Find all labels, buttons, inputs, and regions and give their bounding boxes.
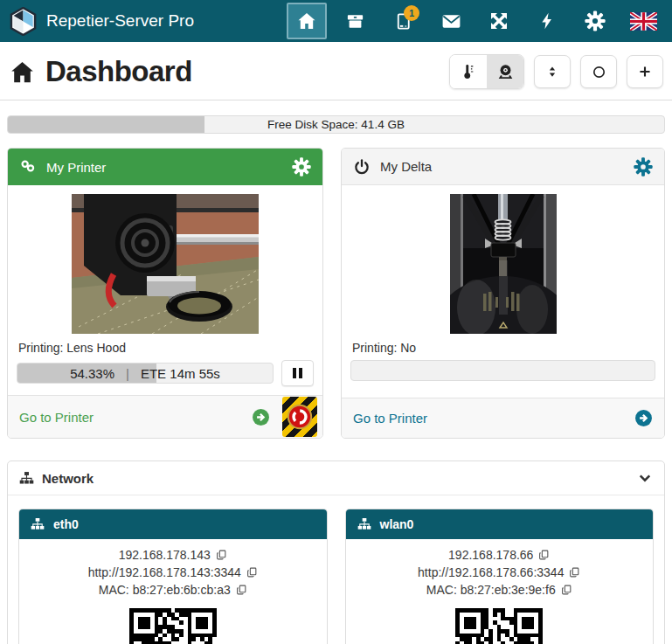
printer-card-footer: Go to Printer bbox=[342, 398, 664, 438]
view-toggle-group bbox=[449, 54, 524, 89]
thermometer-icon bbox=[460, 62, 477, 81]
nav-expand-button[interactable] bbox=[479, 3, 519, 39]
network-icon bbox=[357, 517, 371, 531]
interface-url: http://192.168.178.143:3344 bbox=[88, 564, 241, 581]
app-title: Repetier-Server Pro bbox=[46, 11, 194, 31]
interface-body: 192.168.178.66 http://192.168.178.66:334… bbox=[346, 539, 654, 644]
printer-settings-gear-icon[interactable] bbox=[292, 157, 311, 177]
nav-messages-button[interactable] bbox=[431, 3, 471, 39]
progress-separator: | bbox=[126, 366, 129, 381]
header-buttons bbox=[449, 54, 663, 89]
circle-icon bbox=[591, 64, 607, 80]
printer-card-my-delta: My Delta bbox=[341, 148, 665, 439]
repetier-logo-icon bbox=[9, 7, 38, 36]
notification-badge: 1 bbox=[404, 5, 419, 21]
copy-icon[interactable] bbox=[569, 566, 580, 578]
webcam-toggle-button[interactable] bbox=[487, 55, 523, 88]
home-icon bbox=[296, 10, 317, 31]
network-icon bbox=[19, 471, 34, 486]
nav-settings-button[interactable] bbox=[575, 3, 615, 39]
chevron-down-icon[interactable] bbox=[637, 470, 653, 486]
printer-cards-row: My Printer bbox=[7, 148, 665, 439]
interface-mac: MAC: b8:27:eb:3e:9e:f6 bbox=[426, 581, 556, 599]
interface-ip: 192.168.178.66 bbox=[448, 546, 533, 564]
sort-button[interactable] bbox=[534, 55, 571, 88]
dashboard-home-icon bbox=[9, 59, 36, 86]
nav-devices-button[interactable]: 1 bbox=[383, 3, 423, 39]
interface-card-wlan0: wlan0 192.168.178.66 http://192.168.178.… bbox=[345, 509, 655, 644]
printer-status-label: Printing: No bbox=[352, 341, 654, 355]
printer-card-header[interactable]: My Printer bbox=[8, 149, 322, 185]
pause-icon bbox=[293, 368, 296, 378]
webcam-icon bbox=[496, 63, 515, 81]
go-to-printer-link[interactable]: Go to Printer bbox=[19, 410, 94, 425]
interface-url: http://192.168.178.66:3344 bbox=[418, 564, 564, 581]
printer-card-header[interactable]: My Delta bbox=[342, 149, 664, 185]
lightning-icon bbox=[537, 11, 557, 31]
printer-box-icon bbox=[345, 11, 365, 31]
thermometer-toggle-button[interactable] bbox=[450, 55, 487, 88]
printer-name: My Delta bbox=[380, 159, 432, 174]
printer-settings-gear-icon[interactable] bbox=[634, 157, 653, 177]
print-ete-label: ETE 14m 55s bbox=[141, 366, 220, 381]
interface-ip: 192.168.178.143 bbox=[119, 546, 211, 564]
envelope-icon bbox=[440, 10, 462, 32]
uk-flag-icon bbox=[630, 12, 657, 31]
interface-mac: MAC: b8:27:eb:6b:cb:a3 bbox=[99, 581, 231, 599]
circle-button[interactable] bbox=[580, 55, 617, 88]
page-title: Dashboard bbox=[45, 55, 192, 88]
go-to-printer-link[interactable]: Go to Printer bbox=[353, 411, 427, 426]
plus-icon bbox=[637, 64, 653, 80]
qr-code bbox=[129, 608, 217, 644]
gear-icon bbox=[585, 10, 606, 31]
network-interfaces-row: eth0 192.168.178.143 http://192.168.178.… bbox=[8, 495, 664, 644]
interface-header: wlan0 bbox=[346, 509, 654, 539]
copy-icon[interactable] bbox=[236, 584, 247, 596]
brand[interactable]: Repetier-Server Pro bbox=[9, 7, 194, 36]
printer-card-my-printer: My Printer bbox=[7, 148, 323, 439]
page-header: Dashboard bbox=[0, 42, 672, 96]
interface-body: 192.168.178.143 http://192.168.178.143:3… bbox=[19, 539, 327, 644]
print-progress-percent: 54.33% bbox=[70, 366, 114, 381]
copy-icon[interactable] bbox=[538, 549, 550, 561]
webcam-image-my-delta bbox=[450, 194, 557, 334]
disk-space-label: Free Disk Space: 41.4 GB bbox=[8, 116, 664, 133]
nav-power-actions-button[interactable] bbox=[527, 3, 567, 39]
power-icon bbox=[353, 158, 371, 176]
network-section: Network eth0 bbox=[7, 460, 665, 644]
print-progress-bar bbox=[350, 360, 655, 381]
pause-icon bbox=[299, 368, 302, 378]
printer-name: My Printer bbox=[46, 160, 106, 175]
printer-card-footer: Go to Printer bbox=[8, 395, 322, 438]
webcam-image-my-printer bbox=[72, 194, 259, 334]
sort-arrows-icon bbox=[544, 64, 560, 80]
expand-arrows-icon bbox=[488, 10, 509, 31]
nav-printer-button[interactable] bbox=[335, 3, 375, 39]
print-progress-bar: 54.33% | ETE 14m 55s bbox=[17, 363, 274, 384]
nav-home-button[interactable] bbox=[287, 3, 327, 39]
copy-icon[interactable] bbox=[561, 584, 572, 596]
app-root: Repetier-Server Pro bbox=[0, 0, 672, 644]
header-divider bbox=[0, 100, 672, 100]
copy-icon[interactable] bbox=[216, 549, 227, 561]
emergency-stop-button[interactable] bbox=[282, 397, 317, 437]
add-printer-button[interactable] bbox=[627, 55, 663, 88]
qr-code bbox=[455, 608, 543, 644]
printer-card-body: Printing: Lens Hood 54.33% | ETE 14m 55s bbox=[8, 185, 322, 395]
go-arrow-icon[interactable] bbox=[634, 409, 653, 427]
top-navbar: Repetier-Server Pro bbox=[0, 0, 672, 42]
nav-language-button[interactable] bbox=[623, 3, 663, 39]
copy-icon[interactable] bbox=[246, 566, 258, 578]
go-arrow-icon[interactable] bbox=[252, 408, 270, 426]
printer-card-body: Printing: No bbox=[342, 185, 664, 390]
network-section-header[interactable]: Network bbox=[8, 461, 664, 495]
interface-card-eth0: eth0 192.168.178.143 http://192.168.178.… bbox=[18, 509, 328, 644]
interface-header: eth0 bbox=[19, 509, 327, 539]
link-icon bbox=[19, 158, 37, 176]
pause-button[interactable] bbox=[281, 360, 314, 386]
printer-status-label: Printing: Lens Hood bbox=[18, 341, 312, 355]
interface-name: wlan0 bbox=[380, 517, 414, 531]
network-icon bbox=[31, 517, 45, 531]
network-section-title: Network bbox=[42, 471, 94, 486]
nav-icons: 1 bbox=[287, 0, 663, 42]
